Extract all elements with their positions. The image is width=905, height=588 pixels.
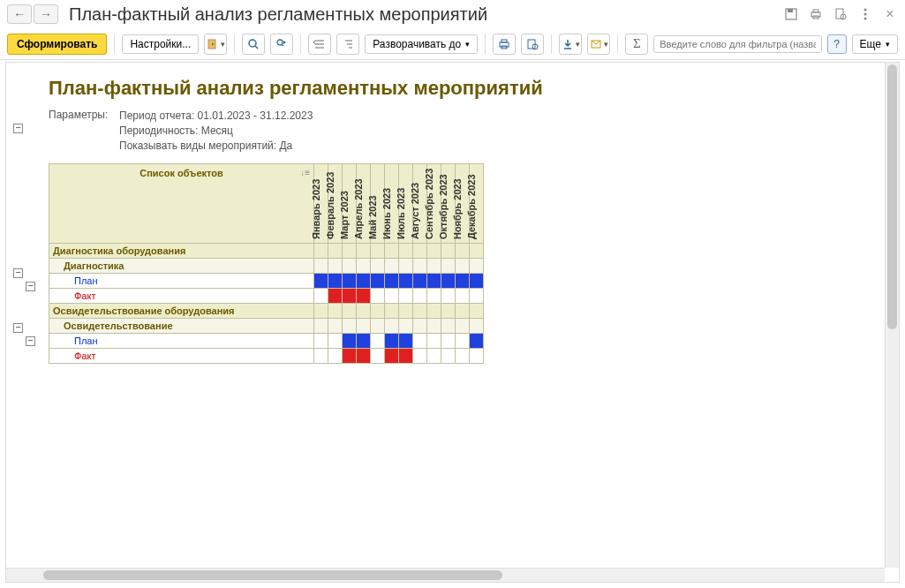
nav-forward-button[interactable]: → [34,4,58,24]
page-title: План-фактный анализ регламентных меропри… [69,4,783,25]
help-button[interactable]: ? [827,34,847,54]
cell [385,259,399,274]
settings-variants-button[interactable]: ▾ [204,34,227,55]
fact-cell [441,289,456,304]
svg-line-14 [282,44,283,46]
svg-line-12 [255,46,258,49]
plan-cell [427,274,441,289]
send-email-button[interactable]: ▾ [587,34,610,55]
generate-button[interactable]: Сформировать [7,34,107,55]
cell [441,304,456,319]
fact-row-label: Факт [49,349,314,364]
svg-point-9 [864,18,867,20]
print-preview-button[interactable] [521,34,544,55]
cell [413,319,427,334]
preview-icon[interactable] [833,6,848,22]
fact-cell [385,289,399,304]
cell [441,244,456,259]
find-button[interactable] [242,34,265,55]
more-button[interactable]: Еще▾ [852,34,898,54]
report-content[interactable]: − − − − − План-фактный анализ регламентн… [6,63,899,568]
fact-cell [343,349,357,364]
find-next-button[interactable] [270,34,293,55]
collapse-sub1-button[interactable]: − [26,282,35,291]
month-header: Декабрь 2023 [470,164,484,244]
fact-cell [328,349,343,364]
svg-rect-22 [502,40,507,42]
param-line: Показывать виды мероприятий: Да [119,139,313,154]
cell [328,244,343,259]
subgroup-row[interactable]: Диагностика [49,259,314,274]
save-file-button[interactable]: ▾ [559,34,582,55]
svg-point-8 [864,13,867,16]
fact-cell [328,289,343,304]
cell [427,259,441,274]
cell [357,244,371,259]
objects-header[interactable]: Список объектов ↓≡ [49,164,314,244]
cell [399,304,413,319]
horizontal-scrollbar[interactable] [6,568,885,582]
subgroup-row[interactable]: Освидетельствование [49,319,314,334]
collapse-group2-button[interactable]: − [13,323,23,333]
plan-cell [399,274,413,289]
expand-to-button[interactable]: Разворачивать до▾ [365,34,478,54]
plan-cell [328,334,343,349]
group-row[interactable]: Освидетельствование оборудования [49,304,314,319]
svg-rect-1 [788,9,793,12]
print-icon[interactable] [808,6,824,22]
plan-cell [413,274,427,289]
cell [470,244,484,259]
sum-button[interactable]: Σ [625,34,648,55]
collapse-sub2-button[interactable]: − [26,336,35,346]
vertical-scrollbar[interactable] [885,63,899,568]
group-row[interactable]: Диагностика оборудования [49,244,314,259]
cell [456,319,470,334]
cell [456,244,470,259]
settings-button[interactable]: Настройки... [122,34,199,54]
cell [357,259,371,274]
print-button[interactable] [493,34,516,55]
plan-cell [328,274,343,289]
filter-input[interactable] [653,35,821,53]
cell [371,304,385,319]
cell [314,244,328,259]
cell [343,259,357,274]
cell [470,259,484,274]
close-icon[interactable]: × [882,6,898,22]
plan-cell [385,274,399,289]
save-icon[interactable] [783,6,799,22]
params-label: Параметры: [49,109,119,153]
fact-cell [441,349,456,364]
fact-row-label: Факт [49,289,314,304]
cell [413,244,427,259]
fact-cell [371,289,385,304]
vscroll-thumb[interactable] [887,64,897,329]
toolbar: Сформировать Настройки... ▾ Разворачиват… [0,28,905,60]
fact-cell [413,289,427,304]
fact-cell [357,349,371,364]
plan-cell [314,334,328,349]
kebab-menu-icon[interactable] [857,6,873,22]
cell [371,259,385,274]
nav-back-button[interactable]: ← [7,4,32,24]
plan-cell [399,334,413,349]
plan-cell [441,274,456,289]
fact-cell [456,289,470,304]
plan-cell [371,334,385,349]
cell [456,259,470,274]
cell [456,304,470,319]
hscroll-thumb[interactable] [43,570,502,580]
plan-row-label: План [49,274,314,289]
fact-cell [314,289,328,304]
cell [314,259,328,274]
cell [413,304,427,319]
plan-cell [470,334,484,349]
cell [385,304,399,319]
plan-cell [343,334,357,349]
expand-groups-button[interactable] [336,34,359,55]
collapse-groups-button[interactable] [308,34,331,55]
fact-cell [427,289,441,304]
sort-icon[interactable]: ↓≡ [300,168,310,177]
collapse-group1-button[interactable]: − [13,268,23,278]
collapse-report-button[interactable]: − [13,124,23,133]
